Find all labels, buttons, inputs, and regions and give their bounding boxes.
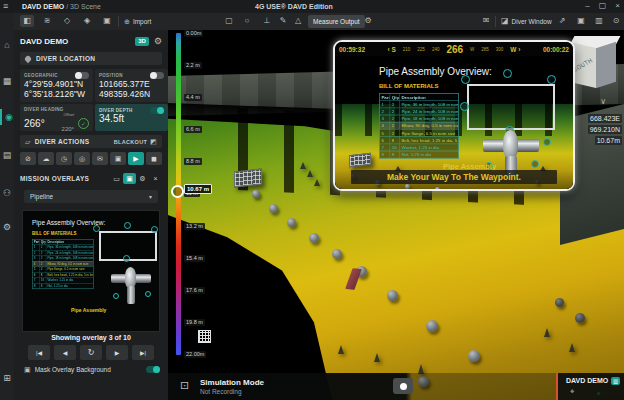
open-external-icon[interactable]: ⇗ xyxy=(555,15,569,27)
target-action-icon[interactable]: ◎ xyxy=(74,152,90,165)
hud-bom-row: 12Pipe, 36 in length, 108 in nom size xyxy=(380,100,458,107)
3d-scene-viewport[interactable]: 0.00m2.2 m4.4 m6.6 m8.8 m11 m13.2 m15.4 … xyxy=(168,30,624,400)
message-action-icon[interactable]: ✉ xyxy=(92,152,108,165)
diagram-marker xyxy=(503,69,512,78)
folder-icon: ▱ xyxy=(25,138,31,145)
depth-tick-label: 0.00m xyxy=(184,30,203,37)
selection-box-icon[interactable]: ▢ xyxy=(222,15,236,27)
navigation-cube[interactable]: SOUTH xyxy=(570,36,620,94)
toolbox-icon[interactable]: ▤ xyxy=(0,147,14,163)
chevron-down-icon: ▾ xyxy=(149,194,152,200)
next-overlay-button[interactable]: ▶ xyxy=(106,345,128,360)
info-northing: 969.210N xyxy=(588,125,622,134)
depth-tick-label: 19.8 m xyxy=(184,319,205,326)
hud-bom-title: BILL OF MATERIALS xyxy=(379,83,438,89)
chat-icon[interactable]: ✉ xyxy=(479,15,493,27)
media-tool-icon[interactable]: ▣ xyxy=(100,15,114,27)
panel-settings-gear-icon[interactable]: ⚙ xyxy=(154,37,162,46)
hamburger-menu-icon[interactable]: ≡ xyxy=(3,2,8,11)
maximize-button[interactable]: ▢ xyxy=(599,1,607,10)
marker-tool-icon[interactable]: ◈ xyxy=(80,15,94,27)
latitude-value: 4°29'59.4901"N xyxy=(24,79,89,89)
map-icon[interactable]: ▥ xyxy=(592,15,606,27)
davd-application-window: ≡ DAVD DEMO / 3D Scene 4G USE® DAVD Edit… xyxy=(0,0,624,400)
mesh-tool-icon[interactable]: ◇ xyxy=(60,15,74,27)
hud-bom-row: 22Pipe, 24 in length, 108 in nom size xyxy=(380,107,458,114)
previous-overlay-button[interactable]: ◀ xyxy=(54,345,76,360)
record-button[interactable] xyxy=(393,378,413,394)
timer-action-icon[interactable]: ◷ xyxy=(56,152,72,165)
davd-demo-panel: DAVD DEMO 3D ⚙ DIVER LOCATION GEOGRAPHIC… xyxy=(14,30,168,400)
video-action-icon[interactable]: ◼ xyxy=(146,152,162,165)
measure-output-button[interactable]: Measure Output xyxy=(308,15,365,28)
circle-tool-icon[interactable]: ○ xyxy=(240,15,254,27)
depth-tick-label: 22.00m xyxy=(184,351,206,358)
hud-compass-bar: 00:59:32 ‹ S 210 225 240 266 W 285 300 W… xyxy=(335,42,573,56)
angle-measure-icon[interactable]: △ xyxy=(291,15,305,27)
longitude-value: 6°35'18.2126"W xyxy=(24,89,89,99)
first-overlay-button[interactable]: |◀ xyxy=(28,345,50,360)
diagram-marker xyxy=(547,75,556,84)
snapshot-icon[interactable]: ▣ xyxy=(574,15,588,27)
import-button[interactable]: ⊕ Import xyxy=(124,15,151,27)
dashboard-icon[interactable]: ▦ xyxy=(0,73,14,89)
geographic-toggle[interactable] xyxy=(75,72,89,79)
overlay-preview: Pipe Assembly Overview: BILL OF MATERIAL… xyxy=(22,210,160,332)
refresh-overlay-button[interactable]: ↻ xyxy=(80,345,102,360)
close-button[interactable]: × xyxy=(615,1,620,10)
focus-target-icon[interactable]: ⌖ xyxy=(570,388,575,396)
diagram-marker xyxy=(151,226,158,233)
waypoint-sphere xyxy=(387,290,398,301)
hud-overlay-title: Pipe Assembly Overview: xyxy=(379,66,492,77)
overlay-settings-gear-icon[interactable]: ⚙ xyxy=(136,173,149,184)
settings-gear-icon[interactable]: ⚙ xyxy=(0,219,14,235)
diver-window-button[interactable]: ◪ Diver Window xyxy=(501,15,552,27)
diver-info-readout: 668.423E 969.210N 10.67m xyxy=(588,114,622,145)
pipe-assembly-figure xyxy=(111,267,157,307)
overlay-mode-b-icon[interactable]: ▣ xyxy=(123,173,136,184)
blackout-icon[interactable]: ◩ xyxy=(150,138,157,145)
position-card: POSITION 101665.377E 498359.426N xyxy=(95,69,168,102)
last-overlay-button[interactable]: ▶| xyxy=(132,345,154,360)
minimize-button[interactable]: – xyxy=(585,1,589,10)
measure-settings-gear-icon[interactable]: ⚙ xyxy=(361,15,375,27)
mask-checkbox-icon[interactable]: ▣ xyxy=(24,366,31,373)
bom-row: 88Nut, 1.25 in dia xyxy=(33,283,94,289)
robot-icon[interactable]: ⚇ xyxy=(0,185,14,201)
draw-line-icon[interactable]: ✎ xyxy=(276,15,290,27)
terrain-tool-icon[interactable]: ◧ xyxy=(20,15,34,27)
display-off-action-icon[interactable]: ⊘ xyxy=(20,152,36,165)
cloud-action-icon[interactable]: ☁ xyxy=(38,152,54,165)
overlay-close-icon[interactable]: × xyxy=(149,173,162,184)
chevron-down-icon[interactable]: ∨ xyxy=(600,98,606,106)
position-toggle[interactable] xyxy=(150,72,164,79)
overlay-select-dropdown[interactable]: Pipeline ▾ xyxy=(24,190,158,203)
monitor-icon: ⊡ xyxy=(180,380,189,391)
heading-offset-value: 220° xyxy=(62,126,74,132)
camera-icon[interactable]: ⊙ xyxy=(609,15,623,27)
diver-depth-card: DIVER DEPTH 34.5ft xyxy=(95,104,168,131)
survey-pole-icon[interactable]: ⊥ xyxy=(260,15,274,27)
diver-hud-window[interactable]: Pipe Assembly Overview: BILL OF MATERIAL… xyxy=(333,40,575,191)
bom-row: 32Pipe, 18 in length, 108 in nom size xyxy=(33,256,94,262)
3d-badge[interactable]: 3D xyxy=(135,37,149,46)
image-action-icon[interactable]: ▣ xyxy=(110,152,126,165)
play-overlay-action-icon[interactable]: ▶ xyxy=(128,152,144,165)
diagram-marker xyxy=(93,225,100,232)
left-nav-rail: ⌂ ▦ ◉ ▤ ⚇ ⚙ ⊞ xyxy=(0,13,14,400)
depth-tick-label: 2.2 m xyxy=(184,62,202,69)
layers-tool-icon[interactable]: ≋ xyxy=(40,15,54,27)
depth-scale-ticks: 0.00m2.2 m4.4 m6.6 m8.8 m11 m13.2 m15.4 … xyxy=(184,30,206,358)
home-icon[interactable]: ⌂ xyxy=(0,37,14,53)
overlay-mode-a-icon[interactable]: ▭ xyxy=(110,173,123,184)
waypoint-sphere xyxy=(269,204,278,213)
info-depth: 10.67m xyxy=(595,136,622,145)
diver-depth-marker-label: 10.67 m xyxy=(184,184,212,194)
mask-overlay-toggle[interactable] xyxy=(146,366,160,373)
add-scene-icon[interactable]: ⊞ xyxy=(0,370,14,386)
depth-toggle[interactable] xyxy=(150,107,164,114)
bom-row: 42Elbow, 90 deg, 0.5 in nom size xyxy=(33,261,94,267)
waypoint-sphere xyxy=(252,190,260,198)
debris-sphere xyxy=(555,298,564,307)
hud-badge-icon[interactable]: ▥ xyxy=(611,377,620,385)
